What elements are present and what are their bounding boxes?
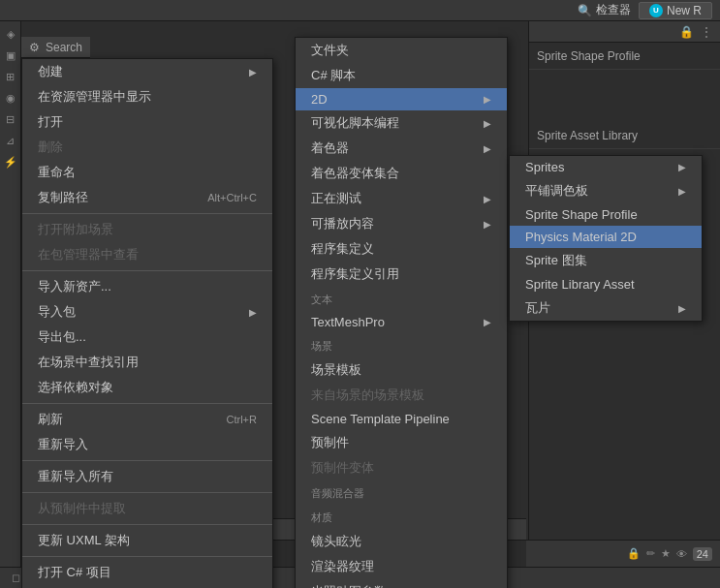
menu2-testing-label: 正在测试 [311,190,361,207]
arrow-right-icon: ▶ [249,67,257,77]
menu2-render-texture-label: 渲染器纹理 [311,558,374,575]
menu2-shader-variant[interactable]: 着色器变体集合 [296,161,507,186]
menu2-lighting-params[interactable]: 光照贴图参数 [296,579,507,588]
menu3-sprite-atlas[interactable]: Sprite 图集 [510,248,702,273]
menu-find-refs-label: 在场景中查找引用 [38,354,139,371]
menu2-visual-scripting-label: 可视化脚本编程 [311,114,399,132]
menu-create-label: 创建 [38,63,63,80]
menu2-visual-scripting[interactable]: 可视化脚本编程 ▶ [296,110,507,136]
brush-icon[interactable]: ✏ [646,547,655,560]
divider-2 [22,270,272,271]
menu-copy-path[interactable]: 复制路径 Alt+Ctrl+C [22,185,272,210]
sidebar-icon-4[interactable]: ◉ [2,89,19,107]
menu2-prefab[interactable]: 预制件 [296,430,507,455]
left-sidebar: ◈ ▣ ⊞ ◉ ⊟ ⊿ ⚡ ⊞ [0,21,21,588]
lock-icon[interactable]: 🔒 [679,25,694,39]
menu2-scene-template-pipeline-label: Scene Template Pipeline [311,412,450,426]
menu2-vs-arrow: ▶ [484,118,491,129]
divider-4 [22,460,272,461]
copy-path-shortcut: Alt+Ctrl+C [207,192,257,203]
menu-import-new[interactable]: 导入新资产... [22,274,272,299]
menu2-textmeshpro-label: TextMeshPro [311,315,385,329]
search-header-label: Search [46,41,82,54]
menu2-prefab-variant: 预制件变体 [296,455,507,480]
sidebar-icon-1[interactable]: ◈ [2,25,19,43]
menu-open-csharp[interactable]: 打开 C# 项目 [22,560,272,585]
layer-count-badge: 24 [693,547,712,561]
menu3-sprite-atlas-label: Sprite 图集 [525,252,587,269]
menu2-assembly-def-ref[interactable]: 程序集定义引用 [296,262,507,287]
menu2-scene-template[interactable]: 场景模板 [296,357,507,383]
menu-open[interactable]: 打开 [22,109,272,135]
menu-find-refs[interactable]: 在场景中查找引用 [22,350,272,375]
menu2-textmeshpro[interactable]: TextMeshPro ▶ [296,311,507,333]
divider-7 [22,556,272,557]
menu3-sprite-library-asset[interactable]: Sprite Library Asset [510,273,702,295]
menu-refresh[interactable]: 刷新 Ctrl+R [22,407,272,432]
menu2-csharp[interactable]: C# 脚本 [296,63,507,88]
menu3-sprite-shape-profile[interactable]: Sprite Shape Profile [510,203,702,226]
menu2-scene-template-from-label: 来自场景的场景模板 [311,387,424,404]
menu-open-additive-label: 打开附加场景 [38,221,113,238]
menu3-physics-material-2d-label: Physics Material 2D [525,230,637,244]
menu-show-explorer[interactable]: 在资源管理器中显示 [22,84,272,109]
menu-export-pkg-label: 导出包... [38,328,86,346]
menu2-scene-template-from: 来自场景的场景模板 [296,383,507,408]
menu2-prefab-variant-label: 预制件变体 [311,459,374,477]
menu2-shader[interactable]: 着色器 ▶ [296,136,507,161]
menu-rename[interactable]: 重命名 [22,160,272,185]
menu2-section-material: 材质 [296,505,507,529]
menu2-section-audio: 音频混合器 [296,480,507,505]
menu-copy-path-label: 复制路径 [38,189,88,206]
sidebar-icon-3[interactable]: ⊞ [2,68,19,85]
menu3-sprites[interactable]: Sprites ▶ [510,156,702,178]
menu-update-uxml[interactable]: 更新 UXML 架构 [22,528,272,553]
menu3-flat-palette[interactable]: 平铺调色板 ▶ [510,178,702,203]
menu-reimport[interactable]: 重新导入 [22,432,272,457]
menu3-tile[interactable]: 瓦片 ▶ [510,295,702,321]
star-icon[interactable]: ★ [661,547,671,560]
menu-open-label: 打开 [38,113,63,131]
divider-1 [22,213,272,214]
context-menu-level2: 文件夹 C# 脚本 2D ▶ 可视化脚本编程 ▶ 着色器 ▶ 着色器变体集合 正… [295,37,508,588]
menu3-flat-palette-arrow: ▶ [678,186,686,197]
kebab-icon[interactable]: ⋮ [700,24,714,40]
menu-create[interactable]: 创建 ▶ [22,59,272,84]
menu-import-pkg-label: 导入包 [38,303,76,321]
gear-icon[interactable]: ⚙ [29,41,40,54]
menu2-shader-label: 着色器 [311,139,349,157]
menu2-section-scene: 场景 [296,333,507,357]
refresh-shortcut: Ctrl+R [227,414,257,425]
menu-select-deps[interactable]: 选择依赖对象 [22,375,272,400]
menu2-testing[interactable]: 正在测试 ▶ [296,186,507,211]
menu2-playable-label: 可播放内容 [311,215,374,232]
gear-area: ⚙ Search [21,37,90,58]
menu2-section-audio-label: 音频混合器 [311,486,364,501]
menu3-tile-label: 瓦片 [525,299,550,317]
sidebar-icon-5[interactable]: ⊟ [2,110,19,128]
menu2-2d[interactable]: 2D ▶ [296,88,507,110]
menu-import-pkg[interactable]: 导入包 ▶ [22,299,272,325]
menu2-playable-arrow: ▶ [484,219,491,230]
menu2-scene-template-pipeline[interactable]: Scene Template Pipeline [296,408,507,430]
menu2-render-texture[interactable]: 渲染器纹理 [296,554,507,579]
menu3-flat-palette-label: 平铺调色板 [525,182,588,200]
new-button[interactable]: U New R [639,2,712,19]
menu-delete-label: 删除 [38,139,63,156]
sidebar-icon-7[interactable]: ⚡ [2,153,19,170]
menu2-assembly-def[interactable]: 程序集定义 [296,236,507,262]
menu2-folder[interactable]: 文件夹 [296,38,507,63]
menu2-playable[interactable]: 可播放内容 ▶ [296,211,507,236]
menu-reimport-all[interactable]: 重新导入所有 [22,464,272,489]
menu-update-uxml-label: 更新 UXML 架构 [38,532,130,549]
sidebar-icon-2[interactable]: ▣ [2,46,19,64]
menu-export-pkg[interactable]: 导出包... [22,325,272,350]
menu-rename-label: 重命名 [38,164,76,181]
menu3-physics-material-2d[interactable]: Physics Material 2D [510,226,702,248]
eye-layers-icon[interactable]: 👁 [676,548,687,560]
menu-open-additive: 打开附加场景 [22,217,272,242]
icon-bar: 🔒 ✏ ★ 👁 24 [526,540,720,567]
lock-bottom-icon[interactable]: 🔒 [627,547,641,560]
sidebar-icon-6[interactable]: ⊿ [2,132,19,149]
menu2-lens-flare[interactable]: 镜头眩光 [296,529,507,554]
